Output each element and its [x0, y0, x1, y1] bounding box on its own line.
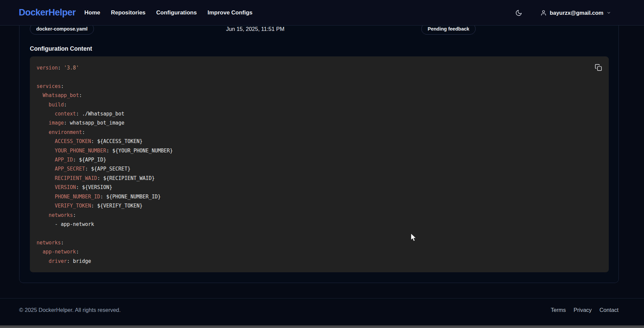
config-timestamp: Jun 15, 2025, 11:51 PM	[226, 26, 284, 32]
code-line: app-network:	[37, 247, 173, 256]
code-line: PHONE_NUMBER_ID: ${PHONE_NUMBER_ID}	[37, 192, 173, 201]
code-line: driver: bridge	[37, 257, 173, 266]
code-line: context: ./Whatsapp_bot	[37, 109, 173, 119]
footer: © 2025 DockerHelper. All rights reserved…	[0, 298, 644, 325]
chevron-down-icon	[606, 10, 611, 15]
person-icon	[540, 10, 547, 16]
user-email: bayurzx@gmail.com	[550, 10, 603, 16]
code-line: Whatsapp_bot:	[37, 91, 173, 100]
footer-links: TermsPrivacyContact	[551, 307, 619, 313]
theme-toggle-button[interactable]	[515, 9, 522, 16]
configuration-card: docker-compose.yaml Jun 15, 2025, 11:51 …	[19, 10, 619, 283]
nav-link-improve-configs[interactable]: Improve Configs	[208, 9, 253, 16]
code-block: version: '3.8' services: Whatsapp_bot: b…	[30, 56, 609, 272]
moon-icon	[515, 9, 522, 16]
footer-link-contact[interactable]: Contact	[599, 307, 619, 313]
nav-link-repositories[interactable]: Repositories	[111, 9, 146, 16]
copyright-text: © 2025 DockerHelper. All rights reserved…	[19, 307, 121, 313]
code-content: version: '3.8' services: Whatsapp_bot: b…	[37, 63, 173, 266]
code-line: ACCESS_TOKEN: ${ACCESS_TOKEN}	[37, 137, 173, 146]
brand-logo[interactable]: DockerHelper	[19, 7, 76, 18]
code-line: build:	[37, 100, 173, 109]
section-title: Configuration Content	[30, 45, 92, 52]
code-line: image: whatsapp_bot_image	[37, 119, 173, 128]
code-line	[37, 73, 173, 82]
code-line: networks:	[37, 238, 173, 247]
navbar-right: bayurzx@gmail.com	[515, 0, 611, 26]
code-line: - app-network	[37, 220, 173, 229]
code-line: VERIFY_TOKEN: ${VERIFY_TOKEN}	[37, 201, 173, 210]
code-line: environment:	[37, 128, 173, 137]
nav-links: HomeRepositoriesConfigurationsImprove Co…	[85, 9, 253, 16]
code-line: YOUR_PHONE_NUMBER: ${YOUR_PHONE_NUMBER}	[37, 146, 173, 155]
nav-link-configurations[interactable]: Configurations	[156, 9, 197, 16]
code-line: services:	[37, 82, 173, 91]
footer-link-privacy[interactable]: Privacy	[574, 307, 592, 313]
code-line: networks:	[37, 211, 173, 220]
navbar: DockerHelper HomeRepositoriesConfigurati…	[0, 0, 644, 26]
mouse-cursor	[411, 233, 417, 242]
code-line: APP_SECRET: ${APP_SECRET}	[37, 165, 173, 174]
nav-link-home[interactable]: Home	[85, 9, 100, 16]
code-line	[37, 229, 173, 238]
copy-icon	[595, 64, 602, 71]
code-line: APP_ID: ${APP_ID}	[37, 155, 173, 165]
code-line: RECIPIENT_WAID: ${RECIPIENT_WAID}	[37, 174, 173, 183]
bottom-edge-bar	[0, 325, 644, 328]
user-menu[interactable]: bayurzx@gmail.com	[540, 10, 611, 16]
code-line: version: '3.8'	[37, 63, 173, 73]
code-line: VERSION: ${VERSION}	[37, 183, 173, 192]
copy-button[interactable]	[594, 63, 603, 72]
footer-link-terms[interactable]: Terms	[551, 307, 566, 313]
